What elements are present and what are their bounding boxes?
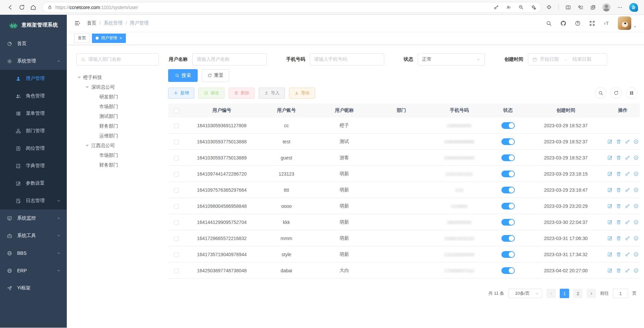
delete-icon[interactable] <box>616 203 622 209</box>
reset-button[interactable]: 重置 <box>202 69 229 82</box>
back-icon[interactable] <box>5 2 16 13</box>
fullscreen-icon[interactable] <box>589 20 595 27</box>
import-button[interactable]: 导入 <box>259 88 285 99</box>
read-aloud-icon[interactable] <box>506 4 511 10</box>
sidebar-item-system-tools[interactable]: 系统工具 <box>0 227 67 244</box>
tree-node[interactable]: 市场部门 <box>76 102 168 111</box>
page-size-select[interactable]: 10条/页 <box>508 289 542 298</box>
tree-node[interactable]: 测试部门 <box>76 111 168 121</box>
tree-node[interactable]: 运维部门 <box>76 131 168 141</box>
delete-button[interactable]: 删除 <box>229 88 255 99</box>
github-icon[interactable] <box>560 20 566 27</box>
split-screen-icon[interactable] <box>565 4 571 10</box>
tree-node[interactable]: 市场部门 <box>76 150 168 160</box>
address-bar[interactable]: https://ccnetcore.com:1101/system/user <box>42 2 541 13</box>
assign-role-icon[interactable] <box>633 155 639 160</box>
delete-icon[interactable] <box>616 235 622 241</box>
status-toggle[interactable] <box>501 171 515 177</box>
reset-password-icon[interactable] <box>625 155 630 160</box>
close-icon[interactable]: × <box>119 36 122 40</box>
delete-icon[interactable] <box>616 139 622 144</box>
browser-profile-icon[interactable] <box>602 3 610 11</box>
delete-icon[interactable] <box>616 219 622 225</box>
edit-icon[interactable] <box>607 203 613 209</box>
status-toggle[interactable] <box>501 138 515 145</box>
status-toggle[interactable] <box>501 154 515 161</box>
edit-icon[interactable] <box>607 268 613 273</box>
refresh-table-button[interactable] <box>610 87 622 99</box>
password-key-icon[interactable] <box>493 4 499 10</box>
edit-icon[interactable] <box>607 139 613 144</box>
row-checkbox[interactable] <box>174 252 179 257</box>
zoom-out-icon[interactable] <box>518 4 524 10</box>
assign-role-icon[interactable] <box>633 203 639 209</box>
row-checkbox[interactable] <box>174 124 179 128</box>
delete-icon[interactable] <box>616 187 622 193</box>
refresh-icon[interactable] <box>16 2 28 13</box>
add-favorite-icon[interactable] <box>531 4 536 10</box>
sidebar-item-system-monitor[interactable]: 系统监控 <box>0 209 67 227</box>
status-toggle[interactable] <box>501 235 515 242</box>
status-toggle[interactable] <box>501 122 515 129</box>
edit-icon[interactable] <box>607 155 613 160</box>
app-logo[interactable]: 意框架管理系统 <box>0 15 67 35</box>
edit-icon[interactable] <box>607 235 613 241</box>
header-search-icon[interactable] <box>546 20 552 27</box>
edit-icon[interactable] <box>607 219 613 225</box>
select-all-checkbox[interactable] <box>174 108 179 113</box>
reset-password-icon[interactable] <box>625 219 630 225</box>
phone-input[interactable]: 请输入手机号码 <box>310 53 384 65</box>
column-settings-button[interactable] <box>626 87 637 99</box>
edit-button[interactable]: 修改 <box>198 88 225 99</box>
delete-icon[interactable] <box>616 155 622 160</box>
dept-search-input[interactable]: 请输入部门名称 <box>76 53 159 65</box>
assign-role-icon[interactable] <box>633 139 639 144</box>
user-avatar[interactable] <box>618 16 631 30</box>
sidebar-item-log-mgmt[interactable]: 日志管理 <box>0 192 67 209</box>
tree-node[interactable]: 橙子科技 <box>76 73 168 82</box>
row-checkbox[interactable] <box>174 220 179 225</box>
delete-icon[interactable] <box>616 171 622 177</box>
sidebar-item-bbs[interactable]: BBS <box>0 244 67 262</box>
user-menu[interactable] <box>618 16 637 30</box>
assign-role-icon[interactable] <box>633 219 639 225</box>
home-icon[interactable] <box>28 2 39 13</box>
status-toggle[interactable] <box>501 251 515 258</box>
sidebar-item-system-mgmt[interactable]: 系统管理 <box>0 52 67 70</box>
next-page-button[interactable] <box>587 289 596 298</box>
sidebar-item-erp[interactable]: ERP <box>0 262 67 279</box>
sidebar-item-dict-mgmt[interactable]: 字典管理 <box>0 157 67 175</box>
assign-role-icon[interactable] <box>633 268 639 273</box>
status-toggle[interactable] <box>501 203 515 209</box>
status-toggle[interactable] <box>501 219 515 226</box>
sidebar-item-param-settings[interactable]: 参数设置 <box>0 175 67 192</box>
row-checkbox[interactable] <box>174 156 179 160</box>
tab[interactable]: 首页 <box>74 34 90 43</box>
delete-icon[interactable] <box>616 268 622 273</box>
assign-role-icon[interactable] <box>633 251 639 257</box>
font-size-icon[interactable] <box>603 20 610 27</box>
page-button-1[interactable]: 1 <box>560 289 569 298</box>
favorites-bar-icon[interactable] <box>578 4 584 10</box>
sidebar-item-home[interactable]: 首页 <box>0 35 67 52</box>
reset-password-icon[interactable] <box>625 139 630 144</box>
edit-icon[interactable] <box>607 171 613 177</box>
goto-page-input[interactable]: 1 <box>613 289 628 298</box>
tab[interactable]: 用户管理 × <box>92 34 126 43</box>
edit-icon[interactable] <box>607 187 613 193</box>
extensions-icon[interactable] <box>546 4 552 10</box>
export-button[interactable]: 导出 <box>289 88 315 99</box>
assign-role-icon[interactable] <box>633 235 639 241</box>
row-checkbox[interactable] <box>174 140 179 144</box>
search-button[interactable]: 搜索 <box>168 69 198 82</box>
status-toggle[interactable] <box>501 267 515 274</box>
sidebar-item-menu-mgmt[interactable]: 菜单管理 <box>0 105 67 122</box>
status-toggle[interactable] <box>501 187 515 193</box>
sidebar-item-role-mgmt[interactable]: 角色管理 <box>0 87 67 105</box>
add-button[interactable]: 新增 <box>168 88 194 99</box>
more-icon[interactable] <box>617 4 623 10</box>
sidebar-item-post-mgmt[interactable]: 岗位管理 <box>0 140 67 157</box>
tree-node[interactable]: 财务部门 <box>76 160 168 170</box>
assign-role-icon[interactable] <box>633 187 639 193</box>
row-checkbox[interactable] <box>174 172 179 177</box>
